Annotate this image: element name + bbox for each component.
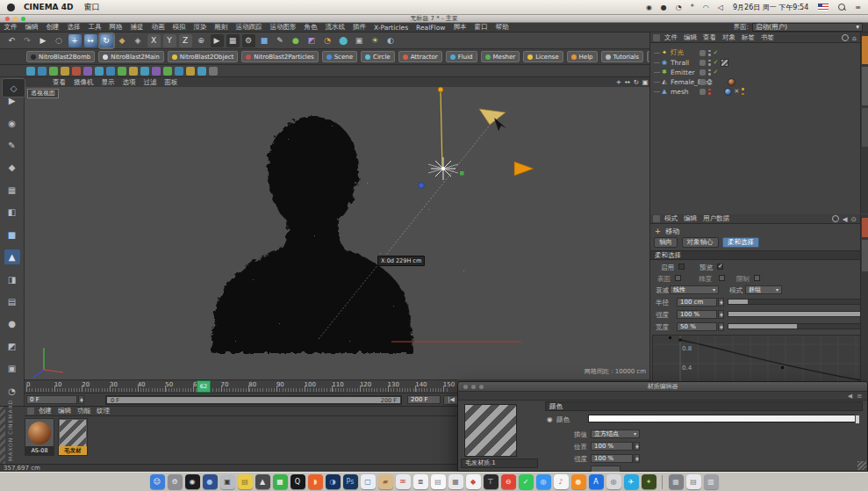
- toolbar-icon[interactable]: ↶: [5, 34, 18, 47]
- status-menulet-icon[interactable]: ◔: [676, 4, 682, 11]
- app-menu-item[interactable]: 帮助: [495, 23, 508, 32]
- panel-tab[interactable]: [862, 240, 868, 271]
- notification-center-icon[interactable]: ≡: [855, 4, 861, 11]
- apple-logo-icon[interactable]: [7, 4, 15, 11]
- dock-app-icon[interactable]: ◆: [466, 474, 481, 489]
- radius-stepper[interactable]: [718, 298, 724, 307]
- macos-menu-item[interactable]: 窗口: [83, 2, 99, 13]
- shelf-icon[interactable]: [209, 67, 218, 76]
- toolbar-icon[interactable]: ◐: [384, 34, 398, 47]
- app-menu-item[interactable]: 文件: [4, 23, 18, 32]
- layer-dots[interactable]: [708, 89, 711, 95]
- tool-icon[interactable]: ■: [4, 227, 20, 242]
- tool-icon[interactable]: ▤: [4, 294, 20, 309]
- material-thumbnail[interactable]: AS-08: [25, 418, 54, 456]
- panel-tab[interactable]: [862, 67, 868, 105]
- header-icon[interactable]: ⊙: [850, 215, 856, 223]
- interpolation-dropdown[interactable]: 立方结点▾: [591, 430, 640, 438]
- layer-dots[interactable]: [708, 60, 711, 66]
- shelf-icon[interactable]: [106, 67, 115, 76]
- toolbar-icon[interactable]: ☀: [369, 34, 382, 47]
- toolbar-icon[interactable]: ✎: [274, 34, 287, 47]
- dock-app-icon[interactable]: ▣: [220, 474, 235, 489]
- dock-app-icon[interactable]: ✈: [624, 474, 639, 489]
- app-menu-item[interactable]: 编辑: [25, 23, 39, 32]
- color-gradient-bar[interactable]: [588, 415, 860, 422]
- enable-checkbox[interactable]: [678, 264, 685, 270]
- position-stepper[interactable]: [634, 442, 640, 451]
- dock-app-icon[interactable]: ▢: [361, 474, 376, 489]
- dock-app-icon[interactable]: ◗: [308, 474, 323, 489]
- shelf-icon[interactable]: [140, 67, 149, 76]
- soft-selection-section-header[interactable]: 柔和选择: [650, 250, 868, 260]
- restrict-checkbox[interactable]: [754, 275, 760, 281]
- search-icon[interactable]: [832, 215, 839, 222]
- app-menu-item[interactable]: 工具: [89, 23, 102, 32]
- minimize-window-icon[interactable]: [471, 385, 476, 389]
- tool-icon[interactable]: ◆: [4, 160, 20, 175]
- toolbar-icon[interactable]: ◌: [53, 34, 66, 47]
- dock-app-icon[interactable]: A: [589, 474, 604, 489]
- status-menulet-icon[interactable]: ◠: [703, 4, 709, 11]
- dock-app-icon[interactable]: Ps: [343, 474, 358, 489]
- close-window-icon[interactable]: [463, 385, 468, 389]
- toolbar-icon[interactable]: ◈: [132, 34, 145, 47]
- dock-app-icon[interactable]: ☺: [150, 474, 165, 489]
- zoom-window-icon[interactable]: [21, 17, 25, 21]
- window-title-bar[interactable]: 无标题 7 * - 主要: [0, 15, 868, 23]
- width-stepper[interactable]: [718, 322, 724, 331]
- falloff-dropdown[interactable]: 线性▾: [670, 285, 719, 294]
- bust-object-icon[interactable]: ◭: [660, 78, 669, 85]
- dock-app-icon[interactable]: ◎: [536, 474, 551, 489]
- toolbar-icon[interactable]: ↔: [84, 34, 97, 47]
- tool-icon[interactable]: ▲: [4, 249, 20, 264]
- layer-dots[interactable]: [708, 69, 711, 76]
- toolbar-icon[interactable]: ◩: [305, 34, 319, 47]
- emitter-object-icon[interactable]: ✱: [660, 69, 669, 76]
- app-menu-item[interactable]: 运动跟踪: [236, 23, 262, 32]
- dock-app-icon[interactable]: ▦: [448, 474, 463, 489]
- dock-app-icon[interactable]: ◑: [326, 474, 341, 489]
- surface-checkbox[interactable]: [675, 275, 681, 281]
- material-editor-title-bar[interactable]: 材质编辑器: [458, 382, 867, 392]
- shelf-icon[interactable]: [197, 67, 206, 76]
- toolbar-icon[interactable]: Y: [163, 34, 176, 47]
- toolbar-icon[interactable]: Z: [179, 34, 192, 47]
- viewport-nav-icon[interactable]: ▣: [641, 78, 649, 86]
- app-menu-item[interactable]: 窗口: [474, 23, 487, 32]
- strength-field[interactable]: 100 %: [591, 454, 633, 463]
- material-preview[interactable]: [464, 404, 517, 457]
- visibility-toggle[interactable]: [699, 69, 706, 76]
- app-menu-item[interactable]: 运动图形: [270, 23, 297, 32]
- viewport-nav-icon[interactable]: ↻: [632, 78, 641, 86]
- enabled-check-icon[interactable]: ✓: [714, 69, 719, 76]
- header-icon[interactable]: ⌂: [852, 34, 857, 42]
- shelf-icon[interactable]: [95, 67, 104, 76]
- object-row[interactable]: ✦ 灯光 ✓: [650, 48, 859, 57]
- x-tag-icon[interactable]: ✕: [735, 88, 740, 95]
- shelf-icon[interactable]: [49, 67, 58, 76]
- attribute-menu-item[interactable]: 模式: [664, 214, 678, 223]
- dock-app-icon[interactable]: ▤: [238, 474, 253, 489]
- minimize-window-icon[interactable]: [13, 17, 18, 21]
- toolbar-icon[interactable]: ▣: [353, 34, 366, 47]
- search-icon[interactable]: [842, 34, 849, 41]
- dock-app-icon[interactable]: ✦: [642, 474, 656, 489]
- plugin-button[interactable]: Fluid: [446, 51, 477, 62]
- object-manager-menu-item[interactable]: 标签: [742, 33, 755, 42]
- toolbar-icon[interactable]: X: [147, 34, 161, 47]
- panel-icon[interactable]: [653, 34, 660, 41]
- visibility-toggle[interactable]: [699, 79, 706, 85]
- tab-soft-selection[interactable]: 柔和选择: [722, 237, 759, 248]
- strength-stepper[interactable]: [718, 310, 724, 319]
- plugin-button[interactable]: NitroBlast2Main: [98, 51, 164, 62]
- dock-app-icon[interactable]: ⚙: [168, 474, 183, 489]
- status-menulet-icon[interactable]: *: [691, 4, 694, 11]
- shelf-icon[interactable]: [38, 67, 47, 76]
- preview-checkbox[interactable]: ✓: [717, 264, 723, 270]
- viewport-nav-icon[interactable]: ↔: [623, 78, 632, 86]
- tool-icon[interactable]: ◨: [4, 271, 20, 286]
- width-field[interactable]: 50 %: [677, 322, 717, 331]
- viewport-menu-item[interactable]: 查看: [53, 78, 66, 87]
- shelf-icon[interactable]: [118, 67, 126, 76]
